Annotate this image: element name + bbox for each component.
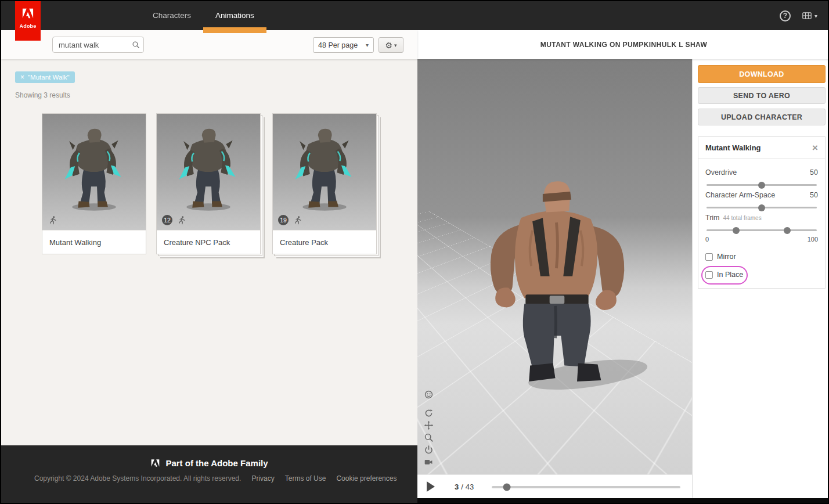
overdrive-label: Overdrive [705, 168, 737, 177]
card-thumbnail: 12 [157, 114, 260, 230]
animation-run-icon [48, 215, 57, 225]
mirror-checkbox[interactable] [705, 253, 713, 261]
results-summary: Showing 3 results [15, 91, 70, 99]
animation-card-creature-npc-pack[interactable]: 12 Creature NPC Pack [156, 113, 261, 254]
play-icon [427, 481, 435, 492]
animation-card-mutant-walking[interactable]: Mutant Walking [42, 113, 146, 254]
viewer-title: MUTANT WALKING ON PUMPKINHULK L SHAW [417, 30, 829, 59]
power-reset-icon[interactable] [424, 445, 434, 455]
apps-grid-icon [802, 12, 812, 20]
animation-count-badge: 12 [162, 215, 172, 225]
panel-close-icon[interactable]: × [812, 143, 818, 153]
upload-character-button[interactable]: UPLOAD CHARACTER [698, 109, 826, 125]
trim-total-frames-note: 44 total frames [723, 215, 762, 221]
current-frame: 3 [455, 483, 459, 491]
panel-title: Mutant Walking [705, 143, 761, 152]
character-model [459, 173, 654, 402]
per-page-select[interactable]: 48 Per page ▾ [313, 37, 374, 53]
main-tabs: Characters Animations [140, 1, 266, 30]
zoom-icon[interactable] [424, 433, 434, 442]
right-sidebar: DOWNLOAD SEND TO AERO UPLOAD CHARACTER M… [692, 59, 829, 498]
arm-space-label: Character Arm-Space [705, 191, 775, 199]
adobe-a-icon [21, 8, 34, 19]
card-thumbnail [42, 114, 146, 230]
adobe-family-line: Part of the Adobe Family [1, 458, 417, 468]
animation-run-icon [176, 215, 186, 225]
adobe-logo-label: Adobe [20, 23, 37, 29]
chip-label: "Mutant Walk" [28, 74, 70, 81]
download-button[interactable]: DOWNLOAD [698, 65, 826, 83]
adobe-family-logo-icon [150, 459, 160, 467]
copyright-text: Copyright © 2024 Adobe Systems Incorpora… [34, 474, 241, 483]
per-page-value: 48 Per page [318, 41, 358, 49]
creature-preview-image [288, 122, 361, 216]
frame-bottom-bar [417, 498, 829, 504]
orbit-rotate-icon[interactable] [424, 408, 434, 418]
card-title: Creature Pack [273, 230, 376, 254]
trim-label: Trim [705, 214, 720, 222]
search-toolbar: 48 Per page ▾ ⚙ ▾ [1, 30, 417, 59]
frame-counter: 3 / 43 [455, 483, 474, 491]
footer-link-cookie-preferences[interactable]: Cookie preferences [336, 474, 397, 483]
filter-chip-mutant-walk[interactable]: × "Mutant Walk" [15, 71, 75, 83]
arm-space-slider-handle[interactable] [758, 204, 765, 211]
chevron-down-icon: ▾ [366, 42, 369, 48]
animation-card-creature-pack[interactable]: 19 Creature Pack [272, 113, 377, 254]
in-place-option: In Place [705, 271, 818, 279]
trim-range-slider[interactable] [707, 229, 817, 231]
search-icon[interactable] [128, 41, 143, 49]
mirror-option: Mirror [705, 253, 818, 261]
animation-count-badge: 19 [278, 215, 289, 225]
adobe-logo[interactable]: Adobe [15, 1, 41, 41]
total-frames: 43 [466, 483, 474, 491]
gear-icon: ⚙ [385, 41, 392, 50]
arm-space-slider[interactable] [707, 207, 817, 208]
send-to-aero-button[interactable]: SEND TO AERO [698, 87, 826, 104]
chevron-down-icon: ▾ [814, 13, 817, 19]
search-box [52, 37, 144, 53]
account-menu[interactable]: ▾ [802, 12, 817, 20]
chip-close-icon[interactable]: × [20, 74, 24, 81]
card-title: Creature NPC Pack [157, 230, 260, 254]
trim-min-label: 0 [705, 236, 709, 243]
trim-max-label: 100 [808, 236, 818, 243]
adobe-family-text: Part of the Adobe Family [165, 458, 268, 468]
search-input[interactable] [53, 41, 128, 49]
in-place-label: In Place [717, 271, 743, 279]
results-area: × "Mutant Walk" Showing 3 results Mutant… [1, 59, 417, 445]
settings-button[interactable]: ⚙ ▾ [379, 37, 403, 53]
play-button[interactable] [427, 481, 438, 493]
footer-link-privacy[interactable]: Privacy [251, 474, 274, 483]
trim-end-handle[interactable] [784, 227, 791, 234]
mixamo-app-window: Characters Animations ? ▾ Adobe mixamo [0, 0, 829, 504]
creature-preview-image [172, 122, 245, 216]
top-navigation-bar: Characters Animations ? ▾ [1, 1, 828, 30]
character-display-toggle-icon[interactable] [424, 390, 434, 399]
mirror-label: Mirror [717, 253, 736, 261]
footer-link-terms[interactable]: Terms of Use [285, 474, 326, 483]
help-icon[interactable]: ? [780, 10, 791, 21]
card-thumbnail: 19 [273, 114, 376, 230]
frame-separator: / [461, 483, 463, 491]
animation-run-icon [293, 215, 302, 225]
timeline-slider[interactable] [492, 486, 680, 488]
animation-settings-panel: Mutant Walking × Overdrive 50 Character … [698, 136, 826, 289]
card-title: Mutant Walking [42, 230, 146, 254]
overdrive-slider-handle[interactable] [758, 182, 765, 189]
footer: Part of the Adobe Family Copyright © 202… [1, 445, 417, 504]
camera-icon[interactable] [424, 457, 434, 467]
pan-move-icon[interactable] [424, 420, 434, 430]
3d-viewport[interactable] [417, 59, 692, 474]
tab-animations[interactable]: Animations [203, 1, 266, 30]
trim-start-handle[interactable] [733, 227, 740, 234]
chevron-down-icon: ▾ [394, 42, 397, 48]
tab-characters[interactable]: Characters [140, 1, 203, 30]
overdrive-slider[interactable] [707, 184, 817, 186]
overdrive-value: 50 [810, 168, 818, 177]
in-place-checkbox[interactable] [705, 271, 713, 279]
arm-space-value: 50 [810, 191, 818, 199]
creature-preview-image [57, 122, 131, 216]
timeline-handle[interactable] [503, 484, 511, 491]
